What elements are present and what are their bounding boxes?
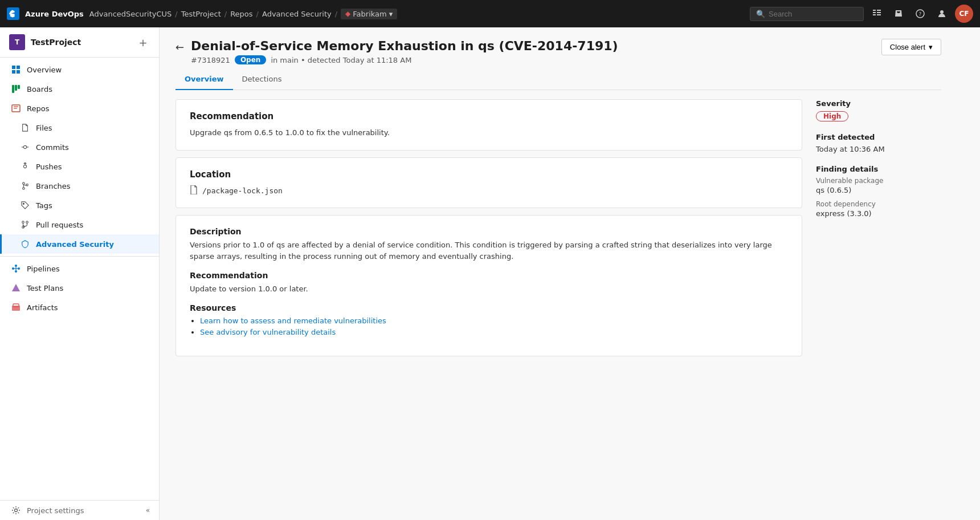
close-alert-button[interactable]: Close alert ▾	[881, 39, 941, 55]
user-avatar[interactable]: CF	[955, 5, 973, 23]
location-card-title: Location	[190, 169, 788, 180]
sidebar-item-label: Branches	[36, 182, 71, 190]
svg-rect-9	[12, 66, 15, 69]
search-box[interactable]: 🔍	[750, 7, 864, 21]
sidebar-item-label: Pushes	[36, 162, 62, 171]
svg-rect-3	[877, 10, 881, 11]
user-settings-icon[interactable]	[933, 5, 950, 22]
content-area: Recommendation Upgrade qs from 0.6.5 to …	[175, 99, 941, 363]
tab-overview[interactable]: Overview	[175, 69, 233, 90]
breadcrumb-project[interactable]: TestProject	[181, 10, 221, 18]
svg-point-8	[940, 10, 944, 14]
svg-marker-34	[23, 226, 24, 228]
breadcrumb-repos[interactable]: Repos	[230, 10, 252, 18]
azure-devops-logo[interactable]	[7, 7, 19, 20]
svg-text:?: ?	[919, 11, 922, 17]
branch-name: Fabrikam	[353, 10, 386, 18]
sidebar-header: T TestProject +	[0, 27, 159, 58]
help-icon[interactable]: ?	[912, 5, 929, 22]
sidebar-item-label: Artifacts	[27, 303, 58, 312]
sidebar-item-commits[interactable]: Commits	[0, 137, 159, 157]
sidebar-item-project-settings[interactable]: Project settings «	[0, 501, 159, 520]
svg-point-37	[18, 267, 20, 270]
file-path: /package-lock.json	[202, 186, 283, 195]
svg-marker-41	[12, 284, 20, 291]
severity-badge: High	[816, 111, 848, 121]
svg-point-22	[23, 165, 26, 168]
first-detected-value: Today at 10:36 AM	[816, 145, 941, 153]
search-icon: 🔍	[756, 10, 765, 18]
detected-text: in main • detected Today at 11:18 AM	[271, 56, 411, 64]
svg-point-25	[23, 182, 25, 185]
severity-section: Severity High	[816, 99, 941, 121]
sidebar-item-advanced-security[interactable]: Advanced Security	[0, 234, 159, 254]
breadcrumb-org[interactable]: AdvancedSecurityCUS	[89, 10, 172, 18]
resources-heading: Resources	[190, 303, 788, 312]
svg-rect-0	[873, 10, 876, 11]
project-icon: T	[9, 34, 25, 50]
tags-icon	[20, 200, 30, 210]
pipelines-icon	[11, 263, 21, 274]
layout: T TestProject + Overview Boards	[0, 27, 980, 520]
resource-link-2[interactable]: See advisory for vulnerability details	[200, 328, 336, 336]
add-project-button[interactable]: +	[136, 35, 150, 49]
sidebar-item-pipelines[interactable]: Pipelines	[0, 259, 159, 278]
sidebar-item-pushes[interactable]: Pushes	[0, 157, 159, 176]
recommendation-card-text: Upgrade qs from 0.6.5 to 1.0.0 to fix th…	[190, 127, 788, 139]
sidebar-item-overview[interactable]: Overview	[0, 60, 159, 79]
svg-rect-1	[873, 12, 876, 13]
collapse-icon[interactable]: «	[146, 506, 150, 514]
overview-icon	[11, 64, 21, 75]
svg-point-44	[15, 509, 18, 512]
svg-rect-12	[17, 70, 20, 74]
search-input[interactable]	[769, 10, 858, 18]
sidebar-item-label: Advanced Security	[36, 240, 114, 249]
sidebar-item-pull-requests[interactable]: Pull requests	[0, 215, 159, 234]
svg-point-26	[23, 188, 25, 190]
tab-detections[interactable]: Detections	[233, 69, 291, 90]
sidebar-item-test-plans[interactable]: Test Plans	[0, 278, 159, 298]
sidebar-item-repos[interactable]: Repos	[0, 99, 159, 118]
desc-section: Description Versions prior to 1.0 of qs …	[190, 227, 788, 263]
sidebar-item-branches[interactable]: Branches	[0, 176, 159, 196]
breadcrumb-security[interactable]: Advanced Security	[262, 10, 332, 18]
view-switcher-icon[interactable]	[868, 5, 885, 22]
svg-rect-15	[18, 85, 20, 89]
topbar: Azure DevOps AdvancedSecurityCUS / TestP…	[0, 0, 980, 27]
repo-branch-selector[interactable]: ◆ Fabrikam ▾	[341, 9, 397, 19]
vulnerable-package-label: Vulnerable package	[816, 177, 941, 185]
commits-icon	[20, 142, 30, 152]
sidebar-item-tags[interactable]: Tags	[0, 196, 159, 215]
sep1: /	[175, 10, 177, 18]
main-content: ← Denial-of-Service Memory Exhaustion in…	[160, 27, 980, 520]
svg-rect-5	[877, 14, 881, 15]
svg-rect-13	[12, 85, 14, 93]
topbar-brand: Azure DevOps	[25, 10, 84, 18]
sidebar-item-label: Commits	[36, 143, 69, 152]
topbar-right: 🔍 ? CF	[750, 5, 973, 23]
svg-point-38	[15, 270, 17, 273]
back-button[interactable]: ←	[175, 41, 184, 53]
list-item: See advisory for vulnerability details	[200, 327, 788, 336]
resource-link-1[interactable]: Learn how to assess and remediate vulner…	[200, 316, 386, 325]
repos-icon	[11, 103, 21, 113]
page-header: ← Denial-of-Service Memory Exhaustion in…	[175, 39, 941, 64]
resources-section: Resources Learn how to assess and remedi…	[190, 303, 788, 336]
sidebar-item-label: Test Plans	[27, 284, 63, 292]
svg-point-32	[26, 221, 28, 224]
svg-rect-14	[15, 85, 17, 91]
shopping-bag-icon[interactable]	[890, 5, 907, 22]
sidebar-item-label: Pull requests	[36, 221, 83, 229]
sidebar-item-artifacts[interactable]: Artifacts	[0, 298, 159, 317]
svg-rect-10	[17, 66, 20, 69]
sep2: /	[224, 10, 227, 18]
close-alert-label: Close alert	[890, 43, 925, 51]
sidebar-item-files[interactable]: Files	[0, 118, 159, 137]
project-name: TestProject	[31, 38, 81, 47]
description-heading: Description	[190, 227, 788, 236]
svg-rect-4	[877, 12, 881, 13]
svg-rect-11	[12, 70, 15, 74]
sidebar-item-boards[interactable]: Boards	[0, 79, 159, 99]
sep4: /	[335, 10, 337, 18]
location-card: Location /package-lock.json	[175, 157, 802, 208]
